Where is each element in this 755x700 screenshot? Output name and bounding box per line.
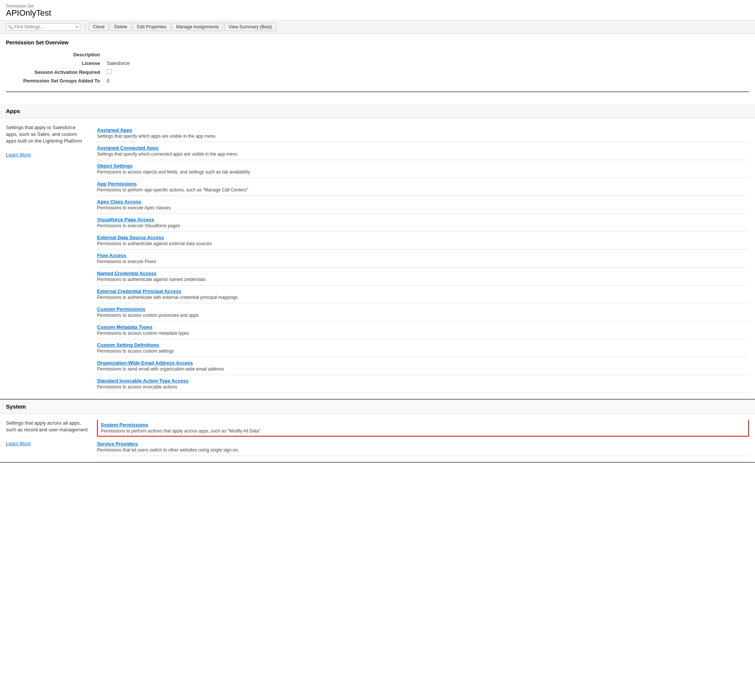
custom-metadata-types-desc: Permissions to access custom metadata ty… — [97, 331, 749, 336]
overview-table: Description License Salesforce Session A… — [6, 50, 749, 86]
org-wide-email-address-access-desc: Permissions to send email with organizat… — [97, 366, 749, 372]
system-links: System Permissions Permissions to perfor… — [97, 420, 749, 456]
page-header: Permission Set APIOnlyTest — [0, 0, 755, 20]
search-icon: 🔍 — [8, 25, 13, 30]
link-custom-metadata-types: Custom Metadata Types Permissions to acc… — [97, 321, 749, 339]
page-label: Permission Set — [6, 4, 749, 8]
search-wrapper: 🔍 ✕ — [6, 23, 80, 31]
named-credential-access-link[interactable]: Named Credential Access — [97, 270, 156, 276]
link-external-credential-principal-access: External Credential Principal Access Per… — [97, 286, 749, 303]
clone-button[interactable]: Clone — [89, 23, 109, 31]
edit-properties-button[interactable]: Edit Properties — [133, 23, 170, 31]
named-credential-access-desc: Permissions to authenticate against name… — [97, 277, 749, 282]
toolbar: 🔍 ✕ Clone Delete Edit Properties Manage … — [0, 20, 755, 34]
apex-class-access-desc: Permissions to execute Apex classes — [97, 205, 749, 211]
link-custom-setting-definitions: Custom Setting Definitions Permissions t… — [97, 339, 749, 357]
link-external-data-source-access: External Data Source Access Permissions … — [97, 232, 749, 250]
link-apex-class-access: Apex Class Access Permissions to execute… — [97, 196, 749, 214]
custom-setting-definitions-desc: Permissions to access custom settings — [97, 348, 749, 354]
link-system-permissions: System Permissions Permissions to perfor… — [97, 420, 749, 437]
standard-invocable-action-type-access-link[interactable]: Standard Invocable Action Type Access — [97, 378, 189, 384]
system-permissions-desc: Permissions to perform actions that appl… — [101, 428, 745, 434]
toolbar-divider — [86, 23, 86, 31]
visualforce-page-access-link[interactable]: Visualforce Page Access — [97, 217, 154, 222]
link-assigned-apps: Assigned Apps Settings that specify whic… — [97, 124, 749, 142]
link-named-credential-access: Named Credential Access Permissions to a… — [97, 267, 749, 286]
app-permissions-desc: Permissions to perform app-specific acti… — [97, 188, 749, 192]
overview-value-session — [105, 68, 748, 76]
system-section: System Settings that apply across all ap… — [0, 400, 755, 462]
section-divider-apps — [6, 91, 749, 92]
manage-assignments-button[interactable]: Manage Assignments — [172, 23, 223, 31]
overview-row-groups: Permission Set Groups Added To 0 — [7, 77, 748, 85]
flow-access-link[interactable]: Flow Access — [97, 253, 126, 258]
visualforce-page-access-desc: Permissions to execute Visualforce pages — [97, 223, 749, 228]
system-learn-more-link[interactable]: Learn More — [6, 441, 31, 446]
custom-permissions-link[interactable]: Custom Permissions — [97, 306, 145, 312]
external-data-source-access-desc: Permissions to authenticate against exte… — [97, 241, 749, 246]
apps-description-text: Settings that apply to Salesforce apps, … — [6, 125, 82, 144]
assigned-connected-apps-link[interactable]: Assigned Connected Apps — [97, 145, 159, 151]
search-input[interactable] — [14, 24, 74, 30]
standard-invocable-action-type-access-desc: Permissions to access invocable actions — [97, 384, 749, 389]
flow-access-desc: Permissions to execute Flows — [97, 259, 749, 264]
assigned-apps-desc: Settings that specify which apps are vis… — [97, 134, 749, 139]
assigned-apps-link[interactable]: Assigned Apps — [97, 127, 132, 133]
system-description: Settings that apply across all apps, suc… — [6, 420, 88, 456]
apps-description: Settings that apply to Salesforce apps, … — [6, 124, 88, 393]
session-checkbox[interactable] — [107, 69, 112, 74]
link-flow-access: Flow Access Permissions to execute Flows — [97, 250, 749, 267]
custom-metadata-types-link[interactable]: Custom Metadata Types — [97, 324, 153, 330]
apps-links: Assigned Apps Settings that specify whic… — [97, 124, 749, 393]
external-data-source-access-link[interactable]: External Data Source Access — [97, 235, 164, 240]
app-permissions-link[interactable]: App Permissions — [97, 181, 137, 187]
system-description-text: Settings that apply across all apps, suc… — [6, 420, 88, 433]
system-section-inner: Settings that apply across all apps, suc… — [0, 414, 755, 462]
object-settings-link[interactable]: Object Settings — [97, 163, 133, 169]
link-visualforce-page-access: Visualforce Page Access Permissions to e… — [97, 214, 749, 232]
overview-value-license: Salesforce — [105, 59, 748, 67]
assigned-connected-apps-desc: Settings that specify which connected ap… — [97, 152, 749, 157]
search-clear-icon[interactable]: ✕ — [75, 25, 78, 30]
overview-row-session: Session Activation Required — [7, 68, 748, 76]
custom-setting-definitions-link[interactable]: Custom Setting Definitions — [97, 342, 159, 348]
overview-label-description: Description — [7, 51, 104, 59]
custom-permissions-desc: Permissions to access custom processes a… — [97, 312, 749, 318]
overview-section-title: Permission Set Overview — [6, 39, 749, 45]
link-standard-invocable-action-type-access: Standard Invocable Action Type Access Pe… — [97, 375, 749, 393]
overview-value-description — [105, 51, 748, 59]
apps-section-title: Apps — [0, 104, 755, 118]
main-content: Permission Set Overview Description Lice… — [0, 34, 755, 104]
link-assigned-connected-apps: Assigned Connected Apps Settings that sp… — [97, 142, 749, 160]
external-credential-principal-access-link[interactable]: External Credential Principal Access — [97, 288, 181, 294]
object-settings-desc: Permissions to access objects and fields… — [97, 169, 749, 175]
overview-label-license: License — [7, 59, 104, 67]
delete-button[interactable]: Delete — [110, 23, 131, 31]
overview-row-license: License Salesforce — [7, 59, 748, 67]
system-permissions-link[interactable]: System Permissions — [101, 422, 148, 428]
apps-learn-more-link[interactable]: Learn More — [6, 152, 31, 158]
overview-value-groups: 0 — [105, 77, 748, 85]
link-object-settings: Object Settings Permissions to access ob… — [97, 160, 749, 178]
link-custom-permissions: Custom Permissions Permissions to access… — [97, 303, 749, 321]
view-summary-button[interactable]: View Summary (Beta) — [224, 23, 276, 31]
service-providers-link[interactable]: Service Providers — [97, 441, 138, 447]
overview-label-session: Session Activation Required — [7, 68, 104, 76]
page-title: APIOnlyTest — [6, 8, 749, 18]
link-service-providers: Service Providers Permissions that let u… — [97, 438, 749, 456]
link-org-wide-email-address-access: Organization-Wide Email Address Access P… — [97, 357, 749, 375]
org-wide-email-address-access-link[interactable]: Organization-Wide Email Address Access — [97, 360, 193, 366]
apex-class-access-link[interactable]: Apex Class Access — [97, 199, 141, 205]
service-providers-desc: Permissions that let users switch to oth… — [97, 447, 749, 453]
link-app-permissions: App Permissions Permissions to perform a… — [97, 178, 749, 196]
system-section-title: System — [0, 400, 755, 414]
overview-label-groups: Permission Set Groups Added To — [7, 77, 104, 85]
overview-row-description: Description — [7, 51, 748, 59]
apps-section: Apps Settings that apply to Salesforce a… — [0, 104, 755, 400]
external-credential-principal-access-desc: Permissions to authenticate with externa… — [97, 295, 749, 300]
apps-section-inner: Settings that apply to Salesforce apps, … — [0, 118, 755, 399]
